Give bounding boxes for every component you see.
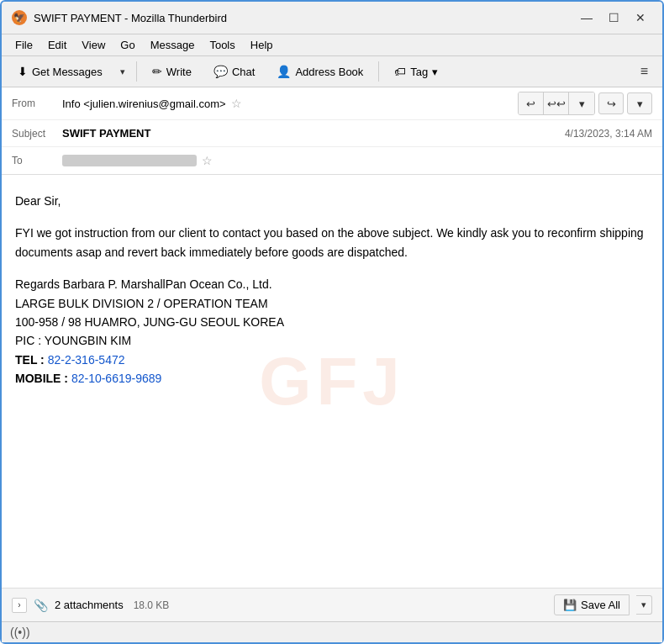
titlebar-left: 🦅 SWIFT PAYMENT - Mozilla Thunderbird <box>12 10 227 25</box>
address-book-icon: 👤 <box>277 65 291 78</box>
mobile-line: MOBILE : 82-10-6619-9689 <box>15 372 161 385</box>
app-icon: 🦅 <box>12 10 27 25</box>
menu-view[interactable]: View <box>75 36 112 54</box>
nav-buttons: ↩ ↩↩ ▾ ↪ ▾ <box>518 92 652 115</box>
chat-label: Chat <box>232 66 255 78</box>
save-all-button[interactable]: 💾 Save All <box>554 594 630 615</box>
email-content: Dear Sir, FYI we got instruction from ou… <box>15 192 649 388</box>
get-messages-label: Get Messages <box>32 66 103 78</box>
from-label: From <box>12 98 62 109</box>
close-button[interactable]: ✕ <box>629 8 652 27</box>
tag-label: Tag <box>410 66 428 78</box>
write-button[interactable]: ✏ Write <box>143 61 201 82</box>
menu-tools[interactable]: Tools <box>203 36 241 54</box>
address-book-button[interactable]: 👤 Address Book <box>267 61 372 82</box>
from-row: From Info <julien.wirenius@gmail.com> ☆ … <box>2 87 662 120</box>
star-icon[interactable]: ☆ <box>231 97 242 110</box>
chat-button[interactable]: 💬 Chat <box>204 61 264 82</box>
address-book-label: Address Book <box>295 66 363 78</box>
to-star-icon[interactable]: ☆ <box>202 154 213 167</box>
reply-group: ↩ ↩↩ ▾ <box>518 92 595 115</box>
from-value: Info <julien.wirenius@gmail.com> ☆ <box>62 97 518 110</box>
to-label: To <box>12 155 62 166</box>
statusbar: ((•)) <box>2 621 662 642</box>
greeting: Dear Sir, <box>15 192 649 210</box>
email-header: From Info <julien.wirenius@gmail.com> ☆ … <box>2 87 662 175</box>
save-icon: 💾 <box>563 599 577 611</box>
menu-go[interactable]: Go <box>113 36 141 54</box>
minimize-button[interactable]: — <box>575 8 598 27</box>
subject-value: SWIFT PAYMENT <box>62 127 565 140</box>
menubar: File Edit View Go Message Tools Help <box>2 34 662 56</box>
recipient-blurred <box>62 155 197 166</box>
save-all-label: Save All <box>581 599 620 611</box>
hamburger-menu-button[interactable]: ≡ <box>633 61 656 82</box>
regards-line: Regards Barbara P. MarshallPan Ocean Co.… <box>15 275 649 388</box>
tel-link[interactable]: 82-2-316-5472 <box>48 353 125 367</box>
get-messages-icon: ⬇ <box>18 65 28 78</box>
to-row: To ☆ <box>2 147 662 174</box>
tel-line: TEL : 82-2-316-5472 <box>15 353 125 367</box>
get-messages-dropdown[interactable]: ▾ <box>115 62 130 82</box>
attachments-bar: › 📎 2 attachments 18.0 KB 💾 Save All ▾ <box>2 588 662 621</box>
get-messages-button[interactable]: ⬇ Get Messages <box>8 61 112 82</box>
subject-label: Subject <box>12 128 62 140</box>
attachment-size: 18.0 KB <box>134 599 170 611</box>
reply-button[interactable]: ↩ <box>519 92 544 114</box>
reply-dropdown[interactable]: ▾ <box>569 92 594 114</box>
titlebar: 🦅 SWIFT PAYMENT - Mozilla Thunderbird — … <box>2 2 662 34</box>
separator-1 <box>136 61 137 82</box>
menu-file[interactable]: File <box>8 36 40 54</box>
body-paragraph-1: FYI we got instruction from our client t… <box>15 224 649 261</box>
tag-icon: 🏷 <box>394 65 406 78</box>
attachment-count: 2 attachments <box>55 599 124 611</box>
main-window: 🦅 SWIFT PAYMENT - Mozilla Thunderbird — … <box>0 0 664 644</box>
email-body: GFJ Dear Sir, FYI we got instruction fro… <box>2 175 662 588</box>
tag-dropdown-arrow: ▾ <box>432 66 438 78</box>
forward-button[interactable]: ↪ <box>598 92 624 114</box>
menu-message[interactable]: Message <box>144 36 202 54</box>
subject-row: Subject SWIFT PAYMENT 4/13/2023, 3:14 AM <box>2 120 662 147</box>
attachments-expand-button[interactable]: › <box>12 598 27 613</box>
paperclip-icon: 📎 <box>34 599 48 612</box>
window-controls: — ☐ ✕ <box>575 8 652 27</box>
email-date: 4/13/2023, 3:14 AM <box>565 128 652 140</box>
to-value: ☆ <box>62 154 652 167</box>
toolbar: ⬇ Get Messages ▾ ✏ Write 💬 Chat 👤 Addres… <box>2 56 662 87</box>
tag-button[interactable]: 🏷 Tag ▾ <box>385 61 447 82</box>
reply-all-button[interactable]: ↩↩ <box>544 92 569 114</box>
separator-2 <box>378 61 379 82</box>
menu-help[interactable]: Help <box>244 36 280 54</box>
forward-dropdown[interactable]: ▾ <box>627 92 652 114</box>
menu-edit[interactable]: Edit <box>41 36 73 54</box>
write-icon: ✏ <box>152 65 162 78</box>
save-all-dropdown-button[interactable]: ▾ <box>636 595 652 615</box>
maximize-button[interactable]: ☐ <box>602 8 625 27</box>
write-label: Write <box>166 66 192 78</box>
from-address: Info <julien.wirenius@gmail.com> <box>62 98 226 110</box>
connection-icon: ((•)) <box>10 626 30 639</box>
chat-icon: 💬 <box>213 65 228 78</box>
window-title: SWIFT PAYMENT - Mozilla Thunderbird <box>34 12 227 24</box>
mobile-link[interactable]: 82-10-6619-9689 <box>71 372 161 385</box>
